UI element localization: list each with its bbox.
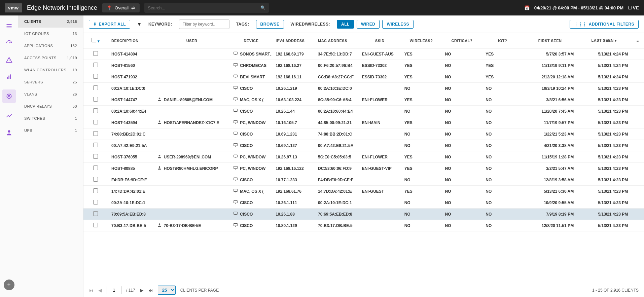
page-input[interactable] — [107, 286, 121, 294]
cell-first-seen: 5/13/21 6:30 AM — [523, 186, 577, 197]
col-last-seen[interactable]: LAST SEEN ▾ — [577, 33, 631, 48]
filter-all-button[interactable]: ALL — [337, 20, 354, 29]
row-checkbox[interactable] — [93, 85, 98, 90]
total-pages: / 117 — [126, 288, 135, 293]
trends-icon[interactable] — [5, 112, 13, 120]
table-row[interactable]: 74:88:BB:2D:01:CCISCO10.69.1.23174:88:BB… — [83, 128, 644, 140]
col-ssid[interactable]: SSID — [359, 33, 401, 48]
cell-wireless: NO — [401, 174, 442, 186]
table-row[interactable]: 70:69:5A:EB:ED:8CISCO10.26.1.8870:69:5A:… — [83, 209, 644, 220]
col-device[interactable]: DEVICE — [230, 33, 272, 48]
cell-first-seen: 3/2/21 5:47 AM — [523, 163, 577, 174]
row-checkbox[interactable] — [93, 211, 98, 216]
search-icon[interactable]: 🔍 — [260, 5, 265, 10]
add-fab[interactable]: + — [4, 280, 14, 290]
col-ipv4[interactable]: IPV4 ADDRESS — [272, 33, 315, 48]
dashboard-icon[interactable] — [5, 39, 13, 47]
next-page-button[interactable]: ▶ — [140, 288, 144, 293]
col-wireless[interactable]: WIRELESS? — [401, 33, 442, 48]
sidebar-item-wlan-controllers[interactable]: WLAN CONTROLLERS19 — [18, 64, 83, 76]
row-checkbox[interactable] — [93, 188, 98, 193]
sidebar-item-servers[interactable]: SERVERS25 — [18, 76, 83, 88]
row-checkbox[interactable] — [93, 143, 98, 147]
table-row[interactable]: HOST-144747DANIEL-89505@ENI.COMMAC, OS X… — [83, 94, 644, 106]
col-menu[interactable]: ≡ — [631, 33, 644, 48]
page-size-select[interactable]: 25 — [158, 286, 176, 295]
cell-description: HOST-143594 — [108, 117, 154, 128]
row-checkbox[interactable] — [93, 97, 98, 102]
table-row[interactable]: HOST-414804SONOS SMART192.168.69.17934:7… — [83, 48, 644, 60]
date-range[interactable]: 04/29/21 @ 04:00 PM - 05/13/21 @ 04:00 P… — [534, 5, 623, 10]
table-row[interactable]: HOST-143594HOST/AFERNANDEZ-X1C7.EPC, WIN… — [83, 117, 644, 128]
table-row[interactable]: HOST-81560CHROMECAS192.168.16.2700:F6:20… — [83, 60, 644, 71]
col-user[interactable]: USER — [154, 33, 230, 48]
cell-device: PC, WINDOW — [230, 163, 272, 174]
first-page-button[interactable]: ⏮ — [89, 288, 94, 293]
col-critical[interactable]: CRITICAL? — [441, 33, 482, 48]
table-row[interactable]: 00:2A:10:1E:DC:1CISCO10.26.1.11100:2A:10… — [83, 197, 644, 209]
menu-icon[interactable] — [5, 22, 13, 30]
scope-selector[interactable]: 📍 Overall ⇄ — [102, 3, 140, 12]
clients-table-wrap[interactable]: ▾ DESCRIPTION USER DEVICE IPV4 ADDRESS M… — [83, 33, 644, 283]
search-input[interactable] — [148, 5, 260, 10]
sidebar-item-iot-groups[interactable]: IOT GROUPS13 — [18, 28, 83, 40]
table-row[interactable]: HOST-376055USER-298969@ENI.COMPC, WINDOW… — [83, 151, 644, 163]
row-checkbox[interactable] — [93, 200, 98, 205]
row-checkbox[interactable] — [93, 120, 98, 124]
table-row[interactable]: HOST-80885HOST/R90HMHLG.ENICORPPC, WINDO… — [83, 163, 644, 174]
row-checkbox[interactable] — [93, 74, 98, 79]
col-iot[interactable]: IOT? — [482, 33, 523, 48]
filter-funnel-icon[interactable]: ▼ — [137, 22, 142, 27]
wired-wireless-toggle: ALL WIRED WIRELESS — [337, 20, 414, 29]
keyword-input[interactable] — [179, 20, 229, 29]
clients-icon[interactable] — [2, 89, 16, 103]
sidebar-item-applications[interactable]: APPLICATIONS152 — [18, 40, 83, 52]
row-checkbox[interactable] — [93, 223, 98, 227]
sidebar-item-clients[interactable]: CLIENTS2,916 — [18, 15, 83, 28]
col-description[interactable]: DESCRIPTION — [108, 33, 154, 48]
row-checkbox[interactable] — [93, 177, 98, 182]
row-checkbox[interactable] — [93, 165, 98, 170]
additional-filters-button[interactable]: ⋮⋮⋮ ADDITIONAL FILTERS — [570, 20, 639, 29]
table-row[interactable]: 00:A7:42:E9:21:5ACISCO10.69.1.12700:A7:4… — [83, 140, 644, 151]
sidebar-item-dhcp-relays[interactable]: DHCP RELAYS50 — [18, 100, 83, 112]
col-mac[interactable]: MAC ADDRESS — [315, 33, 359, 48]
global-search[interactable]: 🔍 — [144, 3, 269, 13]
col-first-seen[interactable]: FIRST SEEN — [523, 33, 577, 48]
select-all-checkbox[interactable] — [92, 38, 96, 42]
alerts-icon[interactable] — [5, 56, 13, 64]
row-checkbox[interactable] — [93, 108, 98, 113]
row-checkbox[interactable] — [93, 131, 98, 136]
table-row[interactable]: 70:B3:17:DB:BE:570-B3-17-DB-BE-5ECISCO10… — [83, 220, 644, 231]
last-page-button[interactable]: ⏭ — [148, 288, 153, 293]
user-icon[interactable] — [5, 128, 13, 137]
sidebar-item-access-points[interactable]: ACCESS POINTS1,019 — [18, 52, 83, 64]
cell-mac: 74:88:BB:2D:01:C — [315, 128, 359, 140]
col-checkbox[interactable]: ▾ — [83, 33, 108, 48]
hamburger-icon[interactable]: ≡ — [637, 39, 639, 43]
table-row[interactable]: F4:DB:E6:9D:CE:FCISCO10.77.1.233F4:DB:E6… — [83, 174, 644, 186]
row-checkbox[interactable] — [93, 51, 98, 56]
sidebar-item-vlans[interactable]: VLANS26 — [18, 88, 83, 100]
table-row[interactable]: 14:7D:DA:42:01:EMAC, OS X (192.168.61.76… — [83, 186, 644, 197]
chevron-down-icon[interactable]: ▾ — [98, 39, 100, 43]
sidebar-item-switches[interactable]: SWITCHES1 — [18, 112, 83, 124]
analytics-icon[interactable] — [5, 73, 13, 81]
export-all-button[interactable]: ⬇ EXPORT ALL — [89, 20, 130, 29]
sidebar-item-ups[interactable]: UPS1 — [18, 124, 83, 137]
browse-tags-button[interactable]: BROWSE — [256, 20, 284, 29]
last-seen-text: LAST SEEN — [592, 38, 614, 42]
filter-wireless-button[interactable]: WIRELESS — [382, 20, 414, 29]
row-checkbox[interactable] — [93, 63, 98, 67]
table-row[interactable]: 00:2A:10:60:44:E4CISCO10.26.1.4400:2A:10… — [83, 106, 644, 117]
table-row[interactable]: 00:2A:10:1E:DC:0CISCO10.26.1.21900:2A:10… — [83, 83, 644, 94]
calendar-icon[interactable]: 📅 — [524, 5, 530, 10]
row-checkbox[interactable] — [93, 154, 98, 159]
prev-page-button[interactable]: ◀ — [98, 288, 102, 293]
filter-wired-button[interactable]: WIRED — [357, 20, 380, 29]
table-row[interactable]: HOST-471932BEVI SMART192.168.16.11CC:B8:… — [83, 71, 644, 83]
cell-mac: 70:B3:17:DB:BE:5 — [315, 220, 359, 231]
cell-mac: 44:85:00:99:21:31 — [315, 117, 359, 128]
svg-point-33 — [159, 166, 160, 168]
svg-rect-24 — [234, 120, 238, 123]
